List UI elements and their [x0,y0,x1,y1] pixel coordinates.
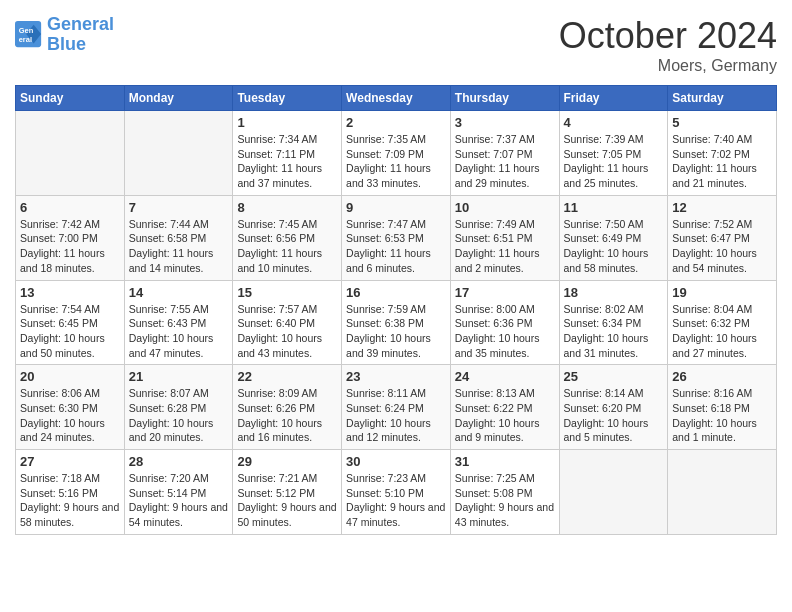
day-info: Sunrise: 7:45 AMSunset: 6:56 PMDaylight:… [237,217,337,276]
day-cell: 29Sunrise: 7:21 AMSunset: 5:12 PMDayligh… [233,450,342,535]
day-info: Sunrise: 7:55 AMSunset: 6:43 PMDaylight:… [129,302,229,361]
logo-icon: Gen eral [15,21,43,49]
day-cell: 28Sunrise: 7:20 AMSunset: 5:14 PMDayligh… [124,450,233,535]
day-number: 31 [455,454,555,469]
day-info: Sunrise: 7:49 AMSunset: 6:51 PMDaylight:… [455,217,555,276]
day-number: 11 [564,200,664,215]
day-cell: 2Sunrise: 7:35 AMSunset: 7:09 PMDaylight… [342,111,451,196]
day-cell: 23Sunrise: 8:11 AMSunset: 6:24 PMDayligh… [342,365,451,450]
day-info: Sunrise: 7:35 AMSunset: 7:09 PMDaylight:… [346,132,446,191]
day-info: Sunrise: 7:20 AMSunset: 5:14 PMDaylight:… [129,471,229,530]
day-cell: 15Sunrise: 7:57 AMSunset: 6:40 PMDayligh… [233,280,342,365]
day-cell: 13Sunrise: 7:54 AMSunset: 6:45 PMDayligh… [16,280,125,365]
week-row-3: 13Sunrise: 7:54 AMSunset: 6:45 PMDayligh… [16,280,777,365]
week-row-1: 1Sunrise: 7:34 AMSunset: 7:11 PMDaylight… [16,111,777,196]
day-cell: 19Sunrise: 8:04 AMSunset: 6:32 PMDayligh… [668,280,777,365]
day-number: 13 [20,285,120,300]
day-cell: 31Sunrise: 7:25 AMSunset: 5:08 PMDayligh… [450,450,559,535]
day-cell: 1Sunrise: 7:34 AMSunset: 7:11 PMDaylight… [233,111,342,196]
day-number: 15 [237,285,337,300]
day-number: 19 [672,285,772,300]
day-info: Sunrise: 7:59 AMSunset: 6:38 PMDaylight:… [346,302,446,361]
week-row-5: 27Sunrise: 7:18 AMSunset: 5:16 PMDayligh… [16,450,777,535]
day-cell: 20Sunrise: 8:06 AMSunset: 6:30 PMDayligh… [16,365,125,450]
day-cell [559,450,668,535]
day-cell: 22Sunrise: 8:09 AMSunset: 6:26 PMDayligh… [233,365,342,450]
day-cell: 7Sunrise: 7:44 AMSunset: 6:58 PMDaylight… [124,195,233,280]
logo: Gen eral General Blue [15,15,114,55]
day-cell: 4Sunrise: 7:39 AMSunset: 7:05 PMDaylight… [559,111,668,196]
day-info: Sunrise: 7:40 AMSunset: 7:02 PMDaylight:… [672,132,772,191]
day-number: 23 [346,369,446,384]
weekday-header-thursday: Thursday [450,86,559,111]
calendar-table: SundayMondayTuesdayWednesdayThursdayFrid… [15,85,777,535]
day-number: 2 [346,115,446,130]
day-cell: 6Sunrise: 7:42 AMSunset: 7:00 PMDaylight… [16,195,125,280]
day-number: 16 [346,285,446,300]
day-cell: 14Sunrise: 7:55 AMSunset: 6:43 PMDayligh… [124,280,233,365]
day-cell: 25Sunrise: 8:14 AMSunset: 6:20 PMDayligh… [559,365,668,450]
day-info: Sunrise: 7:18 AMSunset: 5:16 PMDaylight:… [20,471,120,530]
page-header: Gen eral General Blue October 2024 Moers… [15,15,777,75]
day-number: 28 [129,454,229,469]
title-block: October 2024 Moers, Germany [559,15,777,75]
day-info: Sunrise: 8:02 AMSunset: 6:34 PMDaylight:… [564,302,664,361]
week-row-4: 20Sunrise: 8:06 AMSunset: 6:30 PMDayligh… [16,365,777,450]
day-cell: 21Sunrise: 8:07 AMSunset: 6:28 PMDayligh… [124,365,233,450]
day-number: 20 [20,369,120,384]
day-number: 10 [455,200,555,215]
day-number: 6 [20,200,120,215]
day-number: 5 [672,115,772,130]
day-info: Sunrise: 7:57 AMSunset: 6:40 PMDaylight:… [237,302,337,361]
day-number: 9 [346,200,446,215]
weekday-header-saturday: Saturday [668,86,777,111]
day-number: 27 [20,454,120,469]
day-cell: 9Sunrise: 7:47 AMSunset: 6:53 PMDaylight… [342,195,451,280]
day-info: Sunrise: 8:13 AMSunset: 6:22 PMDaylight:… [455,386,555,445]
weekday-header-sunday: Sunday [16,86,125,111]
day-info: Sunrise: 7:42 AMSunset: 7:00 PMDaylight:… [20,217,120,276]
weekday-header-tuesday: Tuesday [233,86,342,111]
day-info: Sunrise: 7:44 AMSunset: 6:58 PMDaylight:… [129,217,229,276]
day-number: 26 [672,369,772,384]
location: Moers, Germany [559,57,777,75]
day-cell: 5Sunrise: 7:40 AMSunset: 7:02 PMDaylight… [668,111,777,196]
day-number: 1 [237,115,337,130]
day-number: 21 [129,369,229,384]
day-info: Sunrise: 7:52 AMSunset: 6:47 PMDaylight:… [672,217,772,276]
day-number: 7 [129,200,229,215]
day-cell: 27Sunrise: 7:18 AMSunset: 5:16 PMDayligh… [16,450,125,535]
day-info: Sunrise: 7:54 AMSunset: 6:45 PMDaylight:… [20,302,120,361]
day-info: Sunrise: 7:50 AMSunset: 6:49 PMDaylight:… [564,217,664,276]
day-cell [668,450,777,535]
svg-text:eral: eral [19,35,32,44]
day-info: Sunrise: 7:37 AMSunset: 7:07 PMDaylight:… [455,132,555,191]
weekday-header-monday: Monday [124,86,233,111]
day-cell: 10Sunrise: 7:49 AMSunset: 6:51 PMDayligh… [450,195,559,280]
day-number: 18 [564,285,664,300]
day-cell: 16Sunrise: 7:59 AMSunset: 6:38 PMDayligh… [342,280,451,365]
weekday-header-friday: Friday [559,86,668,111]
day-info: Sunrise: 7:47 AMSunset: 6:53 PMDaylight:… [346,217,446,276]
day-number: 8 [237,200,337,215]
day-number: 25 [564,369,664,384]
day-cell: 24Sunrise: 8:13 AMSunset: 6:22 PMDayligh… [450,365,559,450]
day-number: 24 [455,369,555,384]
day-cell: 11Sunrise: 7:50 AMSunset: 6:49 PMDayligh… [559,195,668,280]
day-cell: 30Sunrise: 7:23 AMSunset: 5:10 PMDayligh… [342,450,451,535]
month-title: October 2024 [559,15,777,57]
day-number: 30 [346,454,446,469]
weekday-header-wednesday: Wednesday [342,86,451,111]
day-cell: 26Sunrise: 8:16 AMSunset: 6:18 PMDayligh… [668,365,777,450]
day-number: 29 [237,454,337,469]
day-cell: 8Sunrise: 7:45 AMSunset: 6:56 PMDaylight… [233,195,342,280]
day-info: Sunrise: 7:23 AMSunset: 5:10 PMDaylight:… [346,471,446,530]
day-info: Sunrise: 8:11 AMSunset: 6:24 PMDaylight:… [346,386,446,445]
day-number: 4 [564,115,664,130]
day-info: Sunrise: 8:04 AMSunset: 6:32 PMDaylight:… [672,302,772,361]
logo-text: General Blue [47,15,114,55]
day-cell: 12Sunrise: 7:52 AMSunset: 6:47 PMDayligh… [668,195,777,280]
day-number: 17 [455,285,555,300]
day-info: Sunrise: 8:00 AMSunset: 6:36 PMDaylight:… [455,302,555,361]
day-number: 14 [129,285,229,300]
